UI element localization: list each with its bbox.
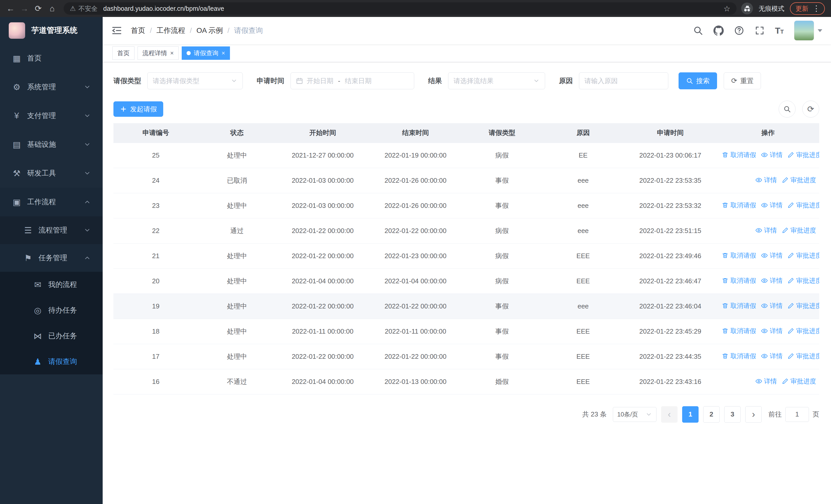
close-icon[interactable]: × — [222, 50, 225, 56]
approval-progress-link[interactable]: 审批进度 — [787, 327, 819, 335]
close-icon[interactable]: × — [170, 50, 174, 56]
chevron-down-icon — [84, 141, 91, 148]
cancel-leave-link[interactable]: 取消请假 — [722, 327, 756, 335]
sidebar-item[interactable]: ♟请假查询 — [0, 349, 103, 375]
filter-apply-time: 申请时间 开始日期 - 结束日期 — [257, 72, 414, 89]
breadcrumb-item[interactable]: 首页 — [131, 26, 145, 35]
cell-apply-id: 18 — [113, 319, 198, 344]
cancel-leave-link[interactable]: 取消请假 — [722, 251, 756, 260]
cancel-leave-link-label: 取消请假 — [730, 251, 756, 260]
leave-type-select[interactable]: 请选择请假类型 — [147, 72, 243, 89]
sidebar-item[interactable]: ¥支付管理 — [0, 101, 103, 130]
approval-progress-link[interactable]: 审批进度 — [787, 301, 819, 310]
sidebar-item[interactable]: ▦首页 — [0, 44, 103, 72]
tab[interactable]: 流程详情× — [138, 47, 179, 60]
sidebar-item[interactable]: ▣工作流程 — [0, 187, 103, 216]
page-button[interactable]: 1 — [682, 406, 698, 423]
sidebar-item[interactable]: ✉我的流程 — [0, 272, 103, 297]
sidebar-item[interactable]: ⚙系统管理 — [0, 72, 103, 101]
next-page-button[interactable]: › — [745, 406, 762, 423]
approval-progress-link[interactable]: 审批进度 — [787, 201, 819, 209]
sidebar-item[interactable]: ⚒研发工具 — [0, 159, 103, 187]
sidebar-item[interactable]: ☰流程管理 — [0, 216, 103, 244]
cancel-leave-link[interactable]: 取消请假 — [722, 352, 756, 360]
prev-page-button[interactable]: ‹ — [661, 406, 678, 423]
cell-status: 处理中 — [198, 143, 276, 168]
browser-menu-icon[interactable]: ⋮ — [812, 5, 820, 12]
cancel-leave-link[interactable]: 取消请假 — [722, 201, 756, 209]
detail-link[interactable]: 详情 — [761, 301, 782, 310]
detail-link[interactable]: 详情 — [755, 226, 777, 235]
detail-link[interactable]: 详情 — [761, 151, 782, 159]
sidebar-item-label: 请假查询 — [48, 357, 91, 366]
search-icon[interactable] — [693, 25, 703, 36]
detail-link[interactable]: 详情 — [755, 377, 777, 385]
cell-reason: EEE — [543, 268, 624, 294]
reason-input[interactable] — [584, 77, 663, 85]
sidebar-item[interactable]: ⋈已办任务 — [0, 323, 103, 349]
detail-link[interactable]: 详情 — [761, 327, 782, 335]
tags-view: 首页流程详情×请假查询× — [103, 44, 831, 62]
browser-back-icon[interactable]: ← — [4, 2, 18, 16]
create-leave-button[interactable]: 发起请假 — [113, 101, 163, 117]
goto-page-input[interactable] — [785, 407, 809, 422]
page-button[interactable]: 2 — [703, 406, 720, 423]
cancel-leave-link[interactable]: 取消请假 — [722, 151, 756, 159]
font-size-icon[interactable]: TT — [775, 26, 784, 35]
browser-update-button[interactable]: 更新 ⋮ — [790, 2, 825, 15]
detail-link[interactable]: 详情 — [761, 352, 782, 360]
refresh-table-button[interactable]: ⟳ — [802, 100, 819, 118]
browser-chrome: ← → ⟳ ⌂ ⚠ 不安全 dashboard.yudao.iocoder.cn… — [0, 0, 831, 17]
app-logo[interactable]: 芋道管理系统 — [0, 17, 103, 44]
fullscreen-icon[interactable] — [754, 25, 765, 36]
pen-icon — [787, 202, 794, 208]
sidebar-collapse-icon[interactable] — [111, 25, 122, 36]
table-row: 16不通过2022-01-04 00:00:002022-01-13 00:00… — [113, 369, 819, 394]
page-size-select[interactable]: 10条/页 — [613, 407, 657, 422]
breadcrumb-item[interactable]: 工作流程 — [156, 26, 185, 35]
search-button[interactable]: 搜索 — [679, 72, 717, 89]
detail-link[interactable]: 详情 — [761, 276, 782, 285]
approval-progress-link[interactable]: 审批进度 — [782, 176, 816, 184]
detail-link[interactable]: 详情 — [761, 201, 782, 209]
task-icon: ⚑ — [22, 253, 34, 263]
github-icon[interactable] — [713, 25, 724, 36]
approval-progress-link[interactable]: 审批进度 — [782, 377, 816, 385]
breadcrumb-item[interactable]: OA 示例 — [197, 26, 223, 35]
table-row: 17处理中2022-01-22 00:00:002022-01-22 00:00… — [113, 344, 819, 369]
result-select[interactable]: 请选择流结果 — [448, 72, 545, 89]
trash-icon — [722, 328, 728, 334]
cell-apply-time: 2022-01-22 23:46:04 — [624, 294, 717, 319]
browser-home-icon[interactable]: ⌂ — [45, 2, 59, 16]
tab[interactable]: 请假查询× — [182, 47, 230, 60]
tab[interactable]: 首页 — [112, 47, 135, 60]
detail-link[interactable]: 详情 — [761, 251, 782, 260]
approval-progress-link[interactable]: 审批进度 — [787, 352, 819, 360]
page-button[interactable]: 3 — [724, 406, 741, 423]
cancel-leave-link[interactable]: 取消请假 — [722, 301, 756, 310]
approval-progress-link[interactable]: 审批进度 — [787, 251, 819, 260]
bookmark-star-icon[interactable]: ☆ — [723, 4, 730, 13]
date-range-picker[interactable]: 开始日期 - 结束日期 — [290, 72, 414, 89]
detail-link[interactable]: 详情 — [755, 176, 777, 184]
sidebar-item[interactable]: ⚑任务管理 — [0, 244, 103, 272]
browser-forward-icon[interactable]: → — [18, 2, 31, 16]
sidebar-item[interactable]: ▤基础设施 — [0, 130, 103, 159]
cancel-leave-link[interactable]: 取消请假 — [722, 276, 756, 285]
browser-address-bar[interactable]: ⚠ 不安全 dashboard.yudao.iocoder.cn/bpm/oa/… — [64, 2, 737, 14]
approval-progress-link[interactable]: 审批进度 — [782, 226, 816, 235]
cell-leave-type: 病假 — [461, 268, 543, 294]
sidebar-menu: ▦首页⚙系统管理¥支付管理▤基础设施⚒研发工具▣工作流程☰流程管理⚑任务管理✉我… — [0, 44, 103, 504]
column-header: 申请编号 — [113, 123, 198, 143]
pagination: 共 23 条 10条/页 ‹ 123 › 前往 页 — [113, 406, 819, 423]
toggle-search-button[interactable] — [779, 100, 796, 118]
workflow-icon: ▣ — [11, 197, 23, 207]
sidebar-item[interactable]: ◎待办任务 — [0, 297, 103, 323]
help-icon[interactable] — [734, 25, 744, 36]
reset-button[interactable]: ⟳ 重置 — [724, 72, 761, 89]
approval-progress-link[interactable]: 审批进度 — [787, 276, 819, 285]
approval-progress-link[interactable]: 审批进度 — [787, 151, 819, 159]
browser-reload-icon[interactable]: ⟳ — [31, 2, 45, 16]
eye-icon — [761, 152, 768, 158]
user-menu[interactable] — [794, 21, 822, 40]
